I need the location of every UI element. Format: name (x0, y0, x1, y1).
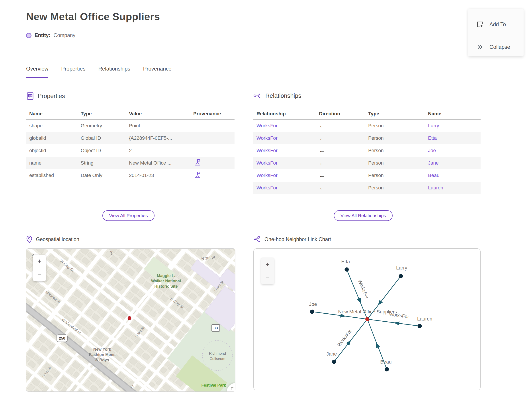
col-type: Type (78, 111, 126, 117)
node-center-entity[interactable] (365, 317, 369, 321)
entity-location-marker[interactable] (128, 316, 131, 320)
prop-name: name (26, 160, 78, 166)
relationship-link[interactable]: WorksFor (253, 135, 316, 141)
table-row: WorksFor ← Person Larry (253, 120, 481, 132)
properties-icon (26, 92, 34, 100)
rel-type: Person (365, 160, 425, 166)
direction-arrow: ← (316, 122, 365, 129)
tab-provenance[interactable]: Provenance (143, 66, 172, 78)
node-beau[interactable] (385, 367, 389, 371)
linkchart-section-header: One-hop Neighbor Link Chart (253, 236, 331, 243)
link-chart-canvas[interactable]: WorksFor WorksFor WorksFor Etta Larry Jo… (253, 248, 481, 390)
add-to-icon (476, 21, 484, 28)
provenance-flag-icon[interactable] (190, 159, 234, 167)
basemap: k Rd W Clay St Sa N 3rd St N 4th St Mars… (26, 249, 235, 392)
relationship-link[interactable]: WorksFor (253, 148, 316, 154)
entity-link[interactable]: Larry (425, 123, 481, 129)
tab-bar: Overview Properties Relationships Proven… (26, 66, 172, 78)
tab-properties[interactable]: Properties (61, 66, 85, 78)
prop-name: globalid (26, 135, 78, 141)
poi-label: Richmond (209, 351, 226, 356)
poi-label: Historic Site (154, 284, 178, 289)
col-direction: Direction (316, 111, 365, 117)
direction-arrow: ← (316, 147, 365, 154)
relationships-icon (253, 92, 262, 100)
entity-link[interactable]: Lauren (425, 185, 481, 191)
chart-zoom-control: + − (261, 258, 274, 284)
entity-link[interactable]: Jane (425, 160, 481, 166)
node-label: Joe (309, 301, 317, 307)
direction-arrow: ← (316, 135, 365, 142)
tab-relationships[interactable]: Relationships (98, 66, 130, 78)
tab-overview[interactable]: Overview (26, 66, 48, 78)
edge-label: WorksFor (357, 279, 370, 299)
col-provenance: Provenance (190, 111, 234, 117)
floating-action-panel: Add To Collapse (468, 9, 524, 56)
provenance-flag-icon[interactable] (190, 171, 234, 180)
table-row: WorksFor ← Person Lauren (253, 182, 481, 194)
node-jane[interactable] (332, 360, 336, 364)
poi-label: Festival Park (201, 383, 226, 387)
prop-value: 2 (126, 148, 190, 154)
entity-link[interactable]: Beau (425, 173, 481, 178)
table-row: WorksFor ← Person Jane (253, 157, 481, 169)
rel-type: Person (365, 135, 425, 141)
relationship-link[interactable]: WorksFor (253, 123, 316, 129)
node-label: Larry (396, 265, 407, 270)
relationship-link[interactable]: WorksFor (253, 160, 316, 166)
map-zoom-control: + − (33, 255, 46, 281)
table-row: established Date Only 2014-01-23 (26, 169, 234, 182)
node-larry[interactable] (399, 274, 403, 278)
entity-link[interactable]: Joe (425, 148, 481, 154)
table-row: WorksFor ← Person Beau (253, 169, 481, 182)
prop-type: String (78, 160, 126, 166)
map-canvas[interactable]: k Rd W Clay St Sa N 3rd St N 4th St Mars… (26, 248, 235, 392)
relationship-link[interactable]: WorksFor (253, 173, 316, 178)
relationships-section-title: Relationships (265, 93, 301, 99)
prop-type: Object ID (78, 148, 126, 154)
col-name: Name (425, 111, 481, 117)
table-row: globalid Global ID {A228944F-0EF5-... (26, 132, 234, 144)
poi-label: New York (93, 347, 111, 351)
node-lauren[interactable] (418, 324, 422, 328)
view-all-properties-button[interactable]: View All Properties (102, 210, 154, 221)
relationship-link[interactable]: WorksFor (253, 185, 316, 191)
chart-zoom-in-button[interactable]: + (261, 258, 274, 271)
prop-name: objectid (26, 148, 78, 154)
relationships-section-header: Relationships (253, 92, 301, 100)
add-to-label: Add To (489, 21, 506, 27)
table-row: shape Geometry Point (26, 120, 234, 132)
geospatial-section-header: Geospatial location (26, 236, 79, 243)
node-joe[interactable] (310, 310, 314, 314)
prop-name: established (26, 173, 78, 178)
collapse-button[interactable]: Collapse (476, 42, 510, 52)
linkchart-section-title: One-hop Neighbor Link Chart (265, 236, 331, 243)
node-label: Beau (380, 359, 392, 365)
table-row: WorksFor ← Person Etta (253, 132, 481, 144)
map-zoom-in-button[interactable]: + (33, 255, 46, 268)
map-zoom-out-button[interactable]: − (33, 268, 46, 281)
edge-arrowheads (340, 298, 399, 348)
properties-section-header: Properties (26, 92, 65, 100)
page-title: New Metal Office Suppliers (26, 11, 160, 23)
direction-arrow: ← (316, 172, 365, 179)
col-type: Type (365, 111, 425, 117)
entity-link[interactable]: Etta (425, 135, 481, 141)
node-etta[interactable] (345, 268, 349, 272)
link-chart-graph: WorksFor WorksFor WorksFor Etta Larry Jo… (253, 249, 480, 390)
view-all-relationships-button[interactable]: View All Relationships (334, 210, 392, 221)
relationships-table-header: Relationship Direction Type Name (253, 108, 481, 120)
entity-type-value: Company (54, 32, 75, 38)
prop-value: New Metal Office ... (126, 160, 190, 166)
chart-zoom-out-button[interactable]: − (261, 271, 274, 284)
geospatial-section-title: Geospatial location (36, 236, 79, 243)
table-row: WorksFor ← Person Joe (253, 144, 481, 157)
poi-label: Coliseum (210, 357, 226, 361)
prop-value: {A228944F-0EF5-... (126, 135, 190, 141)
add-to-button[interactable]: Add To (476, 20, 506, 29)
entity-badge-row: Entity: Company (26, 32, 75, 38)
collapse-label: Collapse (489, 44, 510, 50)
node-label: Lauren (417, 316, 432, 322)
corner-chevron-icon (231, 387, 234, 390)
prop-name: shape (26, 123, 78, 129)
